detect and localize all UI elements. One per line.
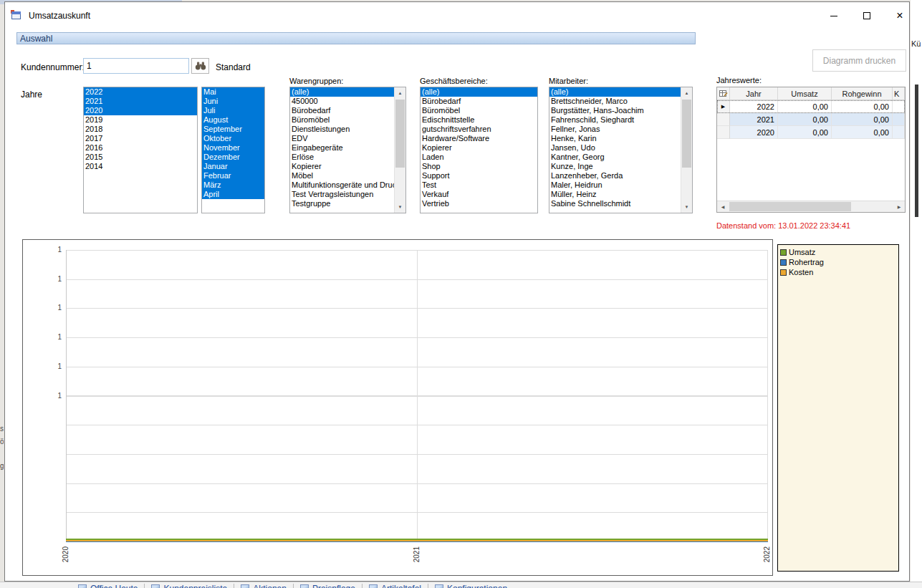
cell-umsatz[interactable]: 0,00 [778, 113, 832, 126]
month-list-item[interactable]: Mai [202, 87, 264, 97]
geschaeftsbereich-list-item[interactable]: Vertrieb [421, 199, 537, 208]
mitarbeiter-list-item[interactable]: Kantner, Georg [549, 153, 681, 162]
warengruppe-list-item[interactable]: Erlöse [290, 153, 394, 162]
geschaeftsbereich-list-item[interactable]: Verkauf [421, 190, 537, 199]
cell-jahr[interactable]: 2022 [730, 100, 778, 113]
geschaeftsbereich-list-item[interactable]: (alle) [421, 87, 537, 97]
month-list-item[interactable]: November [202, 143, 264, 153]
warengruppe-list-item[interactable]: Multifunktionsgeräte und Drucker [290, 180, 394, 190]
month-list-item[interactable]: Dezember [202, 153, 264, 162]
geschaeftsbereich-list-item[interactable]: Büromöbel [421, 106, 537, 115]
toolbar-item[interactable]: Preispflege [293, 584, 362, 588]
row-selector-cell[interactable] [717, 126, 730, 139]
customer-search-button[interactable] [191, 58, 209, 74]
grid-header-kosten[interactable]: K [893, 87, 905, 100]
mitarbeiter-list-item[interactable]: Fahrenschild, Sieghardt [549, 115, 681, 125]
year-list-item[interactable]: 2018 [84, 125, 197, 134]
table-row[interactable]: 2020 0,00 0,00 [717, 126, 905, 139]
warengruppe-list-item[interactable]: (alle) [290, 87, 394, 97]
year-list-item[interactable]: 2014 [84, 162, 197, 171]
scrollbar-thumb[interactable] [729, 202, 851, 211]
warengruppe-list-item[interactable]: Kopierer [290, 162, 394, 171]
month-list-item[interactable]: Januar [202, 162, 264, 171]
year-list-item[interactable]: 2020 [84, 106, 197, 115]
minimize-button[interactable] [825, 8, 843, 24]
kundennummer-input[interactable] [83, 58, 189, 74]
geschaeftsbereich-list-item[interactable]: Edischnittstelle [421, 115, 537, 125]
geschaeftsbereich-list-item[interactable]: Kopierer [421, 143, 537, 153]
mitarbeiter-list-item[interactable]: Maler, Heidrun [549, 180, 681, 190]
warengruppe-list-item[interactable]: Test Vertragsleistungen [290, 190, 394, 199]
mitarbeiter-list-item[interactable]: Kunze, Inge [549, 162, 681, 171]
month-list-item[interactable]: Februar [202, 171, 264, 180]
scroll-right-icon[interactable]: ▶ [893, 201, 905, 212]
mitarbeiter-list-item[interactable]: Sabine Schnellschmidt [549, 199, 681, 208]
cell-rohgewinn[interactable]: 0,00 [832, 113, 893, 126]
year-list-item[interactable]: 2015 [84, 153, 197, 162]
cell-rohgewinn[interactable]: 0,00 [832, 126, 893, 139]
geschaeftsbereich-list-item[interactable]: Support [421, 171, 537, 180]
toolbar-item[interactable]: Konfigurationen [428, 584, 514, 588]
grid-horizontal-scrollbar[interactable]: ◀ ▶ [717, 201, 905, 212]
geschaeftsbereich-list-item[interactable]: Bürobedarf [421, 97, 537, 106]
toolbar-item[interactable]: Aktionen [234, 584, 293, 588]
year-list-item[interactable]: 2016 [84, 143, 197, 153]
close-button[interactable]: × [890, 8, 909, 24]
mitarbeiter-list-item[interactable]: Müller, Heinz [549, 190, 681, 199]
cell-kosten[interactable] [893, 126, 905, 139]
month-list-item[interactable]: Oktober [202, 134, 264, 143]
year-list-item[interactable]: 2019 [84, 115, 197, 125]
warengruppe-list-item[interactable]: Bürobedarf [290, 106, 394, 115]
cell-jahr[interactable]: 2021 [730, 113, 778, 126]
scroll-up-icon[interactable]: ▲ [395, 87, 405, 99]
geschaeftsbereich-list-item[interactable]: Shop [421, 162, 537, 171]
warengruppe-list-item[interactable]: Eingabegeräte [290, 143, 394, 153]
mitarbeiter-scrollbar[interactable]: ▲ ▼ [681, 87, 692, 213]
mitarbeiter-list-item[interactable]: Henke, Karin [549, 134, 681, 143]
cell-jahr[interactable]: 2020 [730, 126, 778, 139]
scroll-down-icon[interactable]: ▼ [681, 201, 692, 213]
toolbar-item[interactable]: Office Heute [72, 584, 144, 588]
scrollbar-thumb[interactable] [395, 100, 405, 168]
scroll-left-icon[interactable]: ◀ [717, 201, 729, 212]
geschaeftsbereich-list-item[interactable]: Laden [421, 153, 537, 162]
cell-kosten[interactable] [893, 113, 905, 126]
titlebar[interactable]: Umsatzauskunft × [5, 2, 909, 28]
month-list-item[interactable]: April [202, 190, 264, 199]
row-selector-cell[interactable]: ▶ [717, 100, 730, 113]
row-selector-cell[interactable] [717, 113, 730, 126]
scroll-down-icon[interactable]: ▼ [395, 201, 405, 213]
maximize-button[interactable] [858, 8, 876, 24]
warengruppe-list-item[interactable]: Dienstleistungen [290, 125, 394, 134]
warengruppe-list-item[interactable]: Büromöbel [290, 115, 394, 125]
month-list-item[interactable]: März [202, 180, 264, 190]
month-list-item[interactable]: August [202, 115, 264, 125]
year-list-item[interactable]: 2022 [84, 87, 197, 97]
warengruppe-list-item[interactable]: EDV [290, 134, 394, 143]
cell-umsatz[interactable]: 0,00 [778, 100, 832, 113]
grid-header-umsatz[interactable]: Umsatz [778, 87, 832, 100]
geschaeftsbereich-list-item[interactable]: Test [421, 180, 537, 190]
warengruppe-list-item[interactable]: Möbel [290, 171, 394, 180]
scrollbar-thumb[interactable] [682, 100, 691, 168]
mitarbeiter-list-item[interactable]: Burgstätter, Hans-Joachim [549, 106, 681, 115]
warengruppe-list-item[interactable]: 450000 [290, 97, 394, 106]
geschaeftsbereich-list-item[interactable]: gutschriftsverfahren [421, 125, 537, 134]
mitarbeiter-list-item[interactable]: Fellner, Jonas [549, 125, 681, 134]
year-list-item[interactable]: 2017 [84, 134, 197, 143]
toolbar-item[interactable]: Kundenpreisliste [144, 584, 234, 588]
scroll-up-icon[interactable]: ▲ [681, 87, 692, 99]
grid-header-rohgewinn[interactable]: Rohgewinn [832, 87, 893, 100]
year-list-item[interactable]: 2021 [84, 97, 197, 106]
warengruppen-scrollbar[interactable]: ▲ ▼ [394, 87, 405, 213]
month-list-item[interactable]: Juni [202, 97, 264, 106]
table-row[interactable]: 2021 0,00 0,00 [717, 113, 905, 126]
cell-umsatz[interactable]: 0,00 [778, 126, 832, 139]
grid-corner-cell[interactable] [717, 87, 730, 100]
cell-rohgewinn[interactable]: 0,00 [832, 100, 893, 113]
cell-kosten[interactable] [893, 100, 905, 113]
month-list-item[interactable]: September [202, 125, 264, 134]
grid-header-jahr[interactable]: Jahr [730, 87, 778, 100]
geschaeftsbereich-list-item[interactable]: Hardware/Software [421, 134, 537, 143]
month-list-item[interactable]: Juli [202, 106, 264, 115]
